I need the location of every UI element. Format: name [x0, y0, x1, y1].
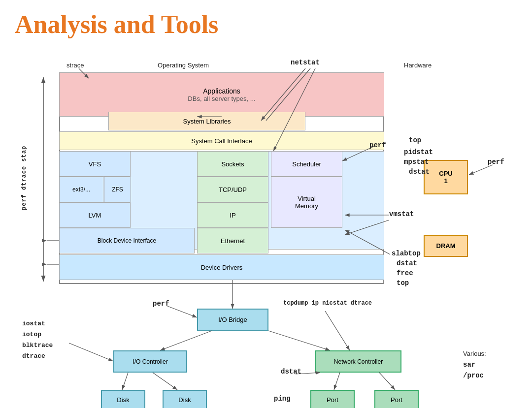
- cell-sockets: Sockets: [197, 151, 268, 177]
- cell-vfs: VFS: [59, 151, 131, 177]
- box-iocontroller: I/O Controller: [113, 350, 187, 373]
- cell-tcpudp: TCP/UDP: [197, 177, 268, 202]
- svg-line-18: [334, 373, 340, 390]
- label-dstat-mid: dstat: [397, 259, 417, 267]
- cell-ext3: ext3/...: [59, 177, 103, 202]
- cell-bdi: Block Device Interface: [59, 228, 195, 253]
- box-cpu: CPU 1: [424, 160, 468, 194]
- label-dstat-lower: dstat: [281, 368, 301, 376]
- label-free: free: [397, 269, 413, 277]
- layer-applications: Applications DBs, all server types, ...: [59, 72, 384, 117]
- applications-text-2: DBs, all server types, ...: [188, 95, 255, 102]
- syscall-label: System Call Interface: [191, 137, 252, 145]
- label-ping: ping: [274, 395, 291, 403]
- label-netstat: netstat: [291, 59, 320, 66]
- label-strace: strace: [66, 62, 84, 69]
- label-iotop-text: iotop: [22, 329, 53, 340]
- label-slabtop: slabtop: [392, 250, 421, 257]
- cell-ethernet: Ethernet: [197, 228, 268, 253]
- label-hardware: Hardware: [404, 62, 432, 69]
- label-mpstat: mpstat: [404, 158, 429, 166]
- label-perf-far: perf: [488, 158, 504, 166]
- diagram-area: Applications DBs, all server types, ... …: [15, 48, 517, 402]
- label-blktrace-text: blktrace: [22, 340, 53, 351]
- box-port1: Port: [310, 390, 355, 408]
- label-top: top: [409, 136, 421, 144]
- box-disk2: Disk: [163, 390, 207, 408]
- label-perf-bottom: perf: [153, 300, 169, 308]
- label-sar-text: sar: [463, 359, 486, 370]
- box-disk1: Disk: [101, 390, 145, 408]
- label-perf-dtrace: perf dtrace stap: [21, 72, 28, 210]
- cell-lvm: LVM: [59, 202, 131, 228]
- label-various-text: Various:: [463, 349, 486, 359]
- label-dtrace-text: dtrace: [22, 351, 53, 362]
- label-vmstat: vmstat: [389, 210, 414, 218]
- label-side-tools: perf dtrace stap: [21, 72, 28, 210]
- svg-line-22: [325, 311, 350, 350]
- page: Analysis and Tools Applications DBs, all…: [0, 0, 532, 408]
- box-port2: Port: [374, 390, 419, 408]
- cpu-label: CPU 1: [439, 170, 452, 185]
- label-dstat-right: dstat: [409, 168, 430, 176]
- applications-text-1: Applications: [203, 87, 240, 95]
- layer-syscall: System Call Interface: [59, 131, 384, 150]
- label-pidstat: pidstat: [404, 148, 433, 156]
- svg-line-8: [469, 165, 493, 175]
- box-iobridge: I/O Bridge: [197, 309, 268, 331]
- svg-line-15: [268, 331, 330, 350]
- layer-syslib: System Libraries: [108, 112, 305, 130]
- svg-line-20: [69, 343, 113, 361]
- cell-virmem: Virtual Memory: [271, 177, 342, 228]
- svg-line-16: [122, 373, 128, 390]
- label-top2: top: [397, 279, 409, 287]
- cell-ip: IP: [197, 202, 268, 228]
- label-proc-text: /proc: [463, 370, 486, 381]
- label-various: Various: sar /proc: [463, 349, 486, 381]
- syslib-label: System Libraries: [183, 118, 231, 125]
- box-netcontroller: Network Controller: [315, 350, 401, 373]
- label-os: Operating System: [158, 62, 209, 69]
- svg-line-17: [153, 373, 177, 390]
- svg-line-14: [160, 331, 212, 350]
- svg-line-19: [379, 373, 395, 390]
- label-perf-top: perf: [369, 141, 386, 149]
- cell-scheduler: Scheduler: [271, 151, 342, 177]
- layer-drivers: Device Drivers: [59, 254, 384, 280]
- box-dram: DRAM: [424, 235, 468, 257]
- label-iostat-text: iostat: [22, 318, 53, 329]
- label-iostat: iostat iotop blktrace dtrace: [22, 318, 53, 362]
- label-tcpdump: tcpdump ip nicstat dtrace: [283, 300, 372, 307]
- dram-label: DRAM: [436, 242, 456, 250]
- page-title: Analysis and Tools: [15, 10, 517, 39]
- cell-zfs: ZFS: [104, 177, 131, 202]
- svg-line-21: [167, 306, 197, 317]
